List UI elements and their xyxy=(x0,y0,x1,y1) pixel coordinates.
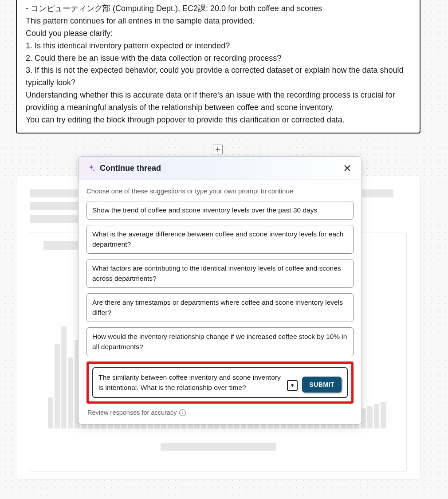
analysis-line: Understanding whether this is accurate d… xyxy=(26,89,411,114)
skeleton-bar xyxy=(61,326,67,428)
prompt-input-container: The similarity between coffee inventory … xyxy=(92,367,348,398)
add-block-button[interactable] xyxy=(213,145,223,154)
expand-input-button[interactable] xyxy=(287,380,298,391)
popover-header: Continue thread xyxy=(79,157,362,180)
close-button[interactable] xyxy=(342,163,353,173)
analysis-text-block: - コンピューティング部 (Computing Dept.), EC2課: 20… xyxy=(16,0,420,134)
skeleton-bar xyxy=(374,404,379,428)
skeleton-bar xyxy=(55,344,60,428)
analysis-line: You can try editing the block through po… xyxy=(26,114,411,126)
popover-title-text: Continue thread xyxy=(100,164,161,173)
analysis-line: 1. Is this identical inventory pattern e… xyxy=(26,40,411,52)
review-note: Review responses for accuracy i xyxy=(86,409,354,416)
popover-title: Continue thread xyxy=(87,164,161,173)
instruction-text: Choose one of these suggestions or type … xyxy=(86,187,354,195)
sparkle-icon xyxy=(87,164,95,172)
analysis-line: 3. If this is not the expected behavior,… xyxy=(26,64,411,89)
prompt-input-highlight: The similarity between coffee inventory … xyxy=(86,361,354,404)
review-note-text: Review responses for accuracy xyxy=(87,409,177,416)
submit-button[interactable]: SUBMIT xyxy=(302,377,342,393)
prompt-input[interactable]: The similarity between coffee inventory … xyxy=(98,373,283,393)
continue-thread-popover: Continue thread Choose one of these sugg… xyxy=(78,156,362,424)
skeleton-bar xyxy=(48,397,53,428)
suggestion-item[interactable]: What factors are contributing to the ide… xyxy=(86,259,354,288)
skeleton-bar xyxy=(367,406,373,428)
expand-icon xyxy=(289,382,295,389)
analysis-line: - コンピューティング部 (Computing Dept.), EC2課: 20… xyxy=(26,3,411,15)
skeleton-bar xyxy=(381,402,386,428)
analysis-line: This pattern continues for all entries i… xyxy=(26,15,411,28)
suggestion-item[interactable]: What is the average difference between c… xyxy=(86,225,354,254)
info-icon[interactable]: i xyxy=(179,409,186,416)
analysis-line: 2. Could there be an issue with the data… xyxy=(26,52,411,65)
popover-body: Choose one of these suggestions or type … xyxy=(79,180,362,424)
suggestion-item[interactable]: Are there any timestamps or departments … xyxy=(86,293,354,322)
analysis-line: Could you please clarify: xyxy=(26,28,411,40)
close-icon xyxy=(343,164,351,172)
skeleton-footer xyxy=(161,443,276,451)
suggestion-item[interactable]: How would the inventory relationship cha… xyxy=(86,327,354,356)
plus-icon xyxy=(215,147,220,152)
suggestion-item[interactable]: Show the trend of coffee and scone inven… xyxy=(86,201,354,220)
skeleton-bar xyxy=(68,358,73,428)
